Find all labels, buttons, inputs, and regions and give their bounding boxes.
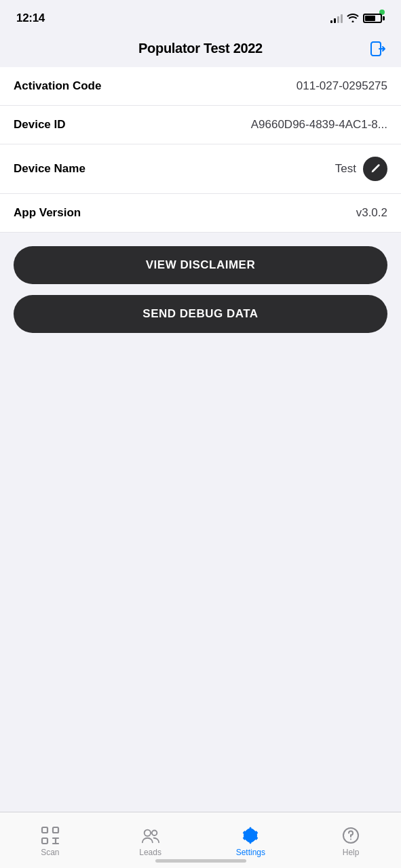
device-id-row: Device ID A9660D96-4839-4AC1-8... [0,106,401,144]
help-icon [341,826,360,845]
tab-leads[interactable]: Leads [100,826,201,857]
edit-device-name-button[interactable] [363,157,387,181]
svg-point-5 [151,831,156,835]
app-version-label: App Version [14,206,81,220]
svg-rect-3 [42,838,47,844]
page-title: Populator Test 2022 [138,41,263,56]
info-section: Activation Code 011-027-0295275 Device I… [0,67,401,233]
app-version-row: App Version v3.0.2 [0,194,401,233]
app-version-value: v3.0.2 [356,206,387,220]
device-name-value: Test [335,162,356,176]
home-indicator [155,859,246,863]
device-name-row: Device Name Test [0,144,401,194]
tab-scan[interactable]: Scan [0,826,100,857]
status-icons [330,13,385,24]
tab-help[interactable]: Help [301,826,401,857]
tab-leads-label: Leads [139,848,161,857]
activation-code-value: 011-027-0295275 [297,79,387,93]
svg-point-7 [350,839,351,840]
signal-bars-icon [330,14,343,23]
buttons-section: VIEW DISCLAIMER SEND DEBUG DATA [0,233,401,344]
exit-button[interactable] [368,39,387,62]
leads-icon [141,826,160,845]
activation-code-row: Activation Code 011-027-0295275 [0,67,401,106]
svg-rect-2 [53,827,58,833]
device-id-label: Device ID [14,118,66,132]
status-time: 12:14 [16,12,45,25]
tab-help-label: Help [343,848,360,857]
device-name-label: Device Name [14,162,85,176]
tab-settings[interactable]: Settings [201,826,301,857]
device-name-value-group: Test [335,157,387,181]
scan-icon [41,826,60,845]
header: Populator Test 2022 [0,34,401,67]
battery-icon [363,14,385,23]
device-id-value: A9660D96-4839-4AC1-8... [251,118,387,132]
status-bar: 12:14 [0,0,401,34]
tab-settings-label: Settings [236,848,265,857]
send-debug-data-button[interactable]: SEND DEBUG DATA [14,295,387,333]
settings-icon [241,826,260,845]
svg-rect-1 [42,827,47,833]
svg-point-4 [144,830,150,836]
activation-code-label: Activation Code [14,79,101,93]
tab-scan-label: Scan [41,848,59,857]
view-disclaimer-button[interactable]: VIEW DISCLAIMER [14,246,387,284]
wifi-icon [347,13,359,24]
